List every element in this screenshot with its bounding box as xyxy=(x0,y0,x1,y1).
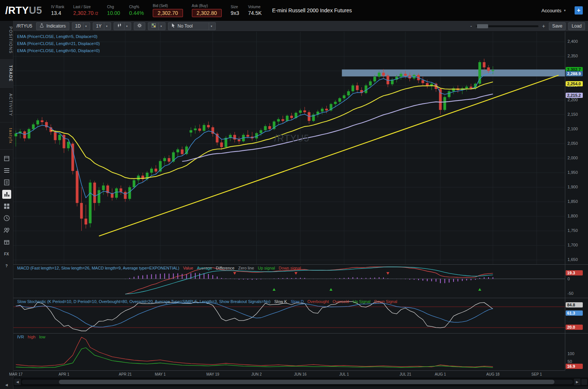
legend-item: Oversold xyxy=(332,299,349,304)
quote-header: /RTYU5 IV Rank 13.4 Last / Size 2,302.70… xyxy=(0,0,588,21)
drawing-tool-dropdown[interactable]: No Tool ▾ xyxy=(168,22,216,30)
horizontal-scrollbar: ◀ ▶ xyxy=(13,377,588,386)
study-title[interactable]: Slow Stochastic (K Period=10, D Period=1… xyxy=(17,299,271,304)
axis-tick: 1,800 xyxy=(568,214,578,218)
axis-tick: 1,650 xyxy=(568,257,578,262)
watchlist-icon[interactable] xyxy=(2,154,11,163)
axis-tick: 2,150 xyxy=(568,112,578,117)
accounts-dropdown[interactable]: Accounts ▾ xyxy=(541,8,566,13)
legend-item: Value xyxy=(183,266,193,270)
last-size-value: 2,302.70 /2 xyxy=(73,10,98,16)
legend-item: Down signal xyxy=(279,266,301,270)
ask-button[interactable]: 2,302.80 xyxy=(192,9,222,17)
chevron-down-icon: ▾ xyxy=(564,9,566,12)
axis-tick: 2,000 xyxy=(568,156,578,160)
sidebar-icon-strip: FX? xyxy=(0,154,13,270)
scrollbar-thumb[interactable] xyxy=(59,380,554,384)
stochastic-panel: Slow Stochastic (K Period=10, D Period=1… xyxy=(13,298,588,333)
price-chart-canvas[interactable] xyxy=(13,32,565,264)
ivr-chart-canvas[interactable] xyxy=(13,334,565,371)
axis-badge: 84.8 xyxy=(566,302,583,307)
dashboard-grid-icon[interactable] xyxy=(2,202,11,211)
time-axis-label: MAY 1 xyxy=(151,372,169,376)
price-axis[interactable]: 2,4002,3502,3002,2502,2002,1502,1002,050… xyxy=(565,32,588,264)
axis-tick: 2,100 xyxy=(568,127,578,131)
legend-item: Slow K xyxy=(274,299,287,304)
timeframe-dropdown[interactable]: 1D ▾ xyxy=(72,22,90,30)
time-axis-label: MAY 19 xyxy=(204,372,222,376)
ivr-panel: IVRhighlow 1005016.9 xyxy=(13,333,588,370)
zoom-in-button[interactable]: + xyxy=(541,23,546,29)
save-button[interactable]: Save xyxy=(549,22,566,30)
legend-item: high xyxy=(28,335,35,339)
bid-button[interactable]: 2,302.70 xyxy=(153,9,183,17)
ivr-label-row: IVRhighlow xyxy=(17,335,45,339)
fx-icon[interactable]: FX xyxy=(2,249,11,258)
zoom-out-button[interactable]: - xyxy=(469,23,473,29)
size-value: 9x3 xyxy=(231,10,239,16)
range-dropdown[interactable]: 1Y ▾ xyxy=(93,22,111,30)
study-title[interactable]: IVR xyxy=(17,335,24,339)
flask-icon xyxy=(39,23,44,29)
chart-toolbar: /RTYU5 Indicators 1D ▾ 1Y ▾ ▾ ▾ xyxy=(13,21,588,32)
time-axis-label: AUG 18 xyxy=(484,372,502,376)
axis-badge: 16.9 xyxy=(566,364,583,369)
stochastic-axis[interactable]: 84.861.320.0 xyxy=(565,298,588,333)
scroll-left-button[interactable]: ◀ xyxy=(14,379,21,385)
toolbar-symbol: /RTYU5 xyxy=(16,23,32,29)
sidebar-tab-trade[interactable]: TRADE xyxy=(0,60,13,88)
symbol-suffix: U5 xyxy=(29,5,42,16)
history-clock-icon[interactable] xyxy=(2,214,11,223)
axis-badge: 2,254.0 xyxy=(566,81,583,86)
sidebar-collapse-button[interactable]: ◀ xyxy=(5,383,8,387)
ema-study-label[interactable]: EMA (Price=CLOSE, Length=5, Displace=0) xyxy=(17,34,100,39)
chart-area: EMA (Price=CLOSE, Length=5, Displace=0)E… xyxy=(13,32,588,389)
grid-layout-dropdown[interactable]: ▾ xyxy=(148,22,165,30)
add-symbol-button[interactable]: + xyxy=(575,6,583,15)
sidebar-tab-tastyfx[interactable]: tastyfx xyxy=(0,122,13,150)
time-axis-label: APR 1 xyxy=(55,372,73,376)
legend-item: Up signal xyxy=(258,266,275,270)
legend-item: Zero line xyxy=(238,266,254,270)
ema-study-label[interactable]: EMA (Price=CLOSE, Length=50, Displace=0) xyxy=(17,48,100,53)
positions-doc-icon[interactable] xyxy=(2,178,11,187)
chg-value: 10.00 xyxy=(107,10,120,16)
chevron-down-icon: ▾ xyxy=(104,23,108,30)
axis-tick: 1,750 xyxy=(568,228,578,233)
last-size-field: Last / Size 2,302.70 /2 xyxy=(73,5,98,16)
load-button[interactable]: Load xyxy=(568,22,585,30)
axis-badge: 19.3 xyxy=(566,270,583,275)
chart-icon[interactable] xyxy=(2,190,11,199)
time-axis[interactable]: MAR 17APR 1APR 21MAY 1MAY 19JUN 2JUN 16J… xyxy=(13,370,565,377)
stochastic-label-row: Slow Stochastic (K Period=10, D Period=1… xyxy=(17,299,397,304)
sidebar-tab-positions[interactable]: POSITIONS xyxy=(0,21,13,60)
ema-study-label[interactable]: EMA (Price=CLOSE, Length=21, Displace=0) xyxy=(17,41,100,46)
chart-style-dropdown[interactable]: ▾ xyxy=(114,22,131,30)
time-axis-label: MAR 17 xyxy=(7,372,25,376)
chart-workspace: /RTYU5 Indicators 1D ▾ 1Y ▾ ▾ ▾ xyxy=(13,21,588,389)
orders-icon[interactable] xyxy=(2,166,11,175)
iv-rank-label: IV Rank xyxy=(51,5,64,9)
scrollbar-track[interactable] xyxy=(22,380,573,384)
chevron-down-icon: ▾ xyxy=(209,23,212,30)
macd-axis[interactable]: 0-5019.3 xyxy=(565,265,588,298)
tool-label: No Tool xyxy=(178,23,193,29)
volume-label: Volume xyxy=(248,5,262,9)
products-box-icon[interactable] xyxy=(2,237,11,246)
community-people-icon[interactable] xyxy=(2,226,11,235)
chart-settings-button[interactable] xyxy=(134,22,145,30)
scroll-right-button[interactable]: ▶ xyxy=(574,379,581,385)
tool-current: No Tool xyxy=(171,23,193,29)
time-axis-label: SEP 1 xyxy=(528,372,546,376)
ivr-axis[interactable]: 1005016.9 xyxy=(565,334,588,370)
legend-item: Difference xyxy=(216,266,234,270)
zoom-slider[interactable] xyxy=(476,25,538,27)
grid-layout-icon xyxy=(151,23,156,29)
study-title[interactable]: MACD (Fast length=12, Slow length=26, MA… xyxy=(17,266,179,270)
sidebar-tab-activity[interactable]: ACTIVITY xyxy=(0,88,13,122)
symbol-watermark: /RTYU5 xyxy=(274,133,309,144)
axis-badge: 20.0 xyxy=(566,325,583,330)
indicators-button[interactable]: Indicators xyxy=(36,22,69,30)
help-icon[interactable]: ? xyxy=(2,261,11,270)
zoom-slider-thumb[interactable] xyxy=(477,24,488,28)
